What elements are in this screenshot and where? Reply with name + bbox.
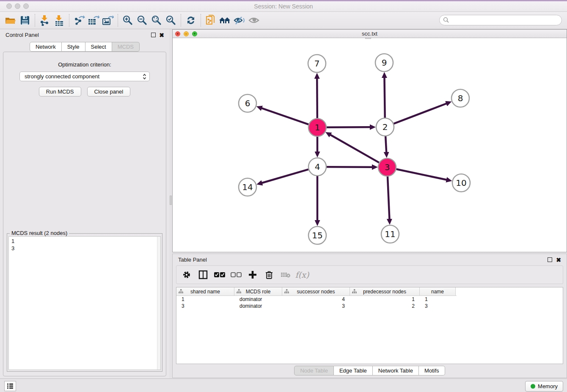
horizontal-splitter-grip[interactable] [365,37,371,39]
table-settings-button[interactable] [181,269,193,281]
table-cell[interactable]: 1 [350,296,420,303]
tab-network-table[interactable]: Network Table [373,366,419,375]
network-canvas[interactable]: 7968124314101511 [173,38,567,252]
deselect-all-checkboxes-button[interactable] [230,269,242,281]
column-header-name[interactable]: name [420,287,456,295]
clone-network-button[interactable] [204,14,218,27]
column-header-MCDS-role[interactable]: MCDS role [234,287,282,295]
add-column-button[interactable] [247,269,259,281]
open-file-button[interactable] [3,14,18,27]
zoom-in-button[interactable] [121,14,135,27]
splitter-grip[interactable] [170,196,172,205]
control-panel-tabs: NetworkStyleSelectMCDS [0,42,169,52]
hide-selected-button[interactable] [232,14,247,27]
tab-network[interactable]: Network [30,42,62,52]
edge-1-2[interactable] [327,127,370,127]
tab-style[interactable]: Style [62,42,85,52]
memory-status-icon [531,384,535,389]
split-column-button[interactable] [197,269,209,281]
edge-4-3[interactable] [327,167,372,167]
export-table-button[interactable] [86,14,101,27]
edge-3-11[interactable] [388,177,389,219]
network-graph[interactable]: 7968124314101511 [173,38,567,252]
edge-4-14[interactable] [262,169,308,183]
close-panel-icon[interactable]: ✖ [159,32,164,39]
vertical-splitter[interactable] [169,29,172,378]
table-cell[interactable]: 1 [420,296,456,303]
gear-icon [182,270,191,279]
refresh-button[interactable] [184,14,198,27]
edge-1-6[interactable] [261,108,308,124]
table-panel: Table Panel ✖ [172,254,567,378]
table-row[interactable]: 3dominator323 [176,303,563,309]
mcds-tab-content: Optimization criterion: strongly connect… [3,52,166,376]
zoom-selected-button[interactable] [164,14,178,27]
edge-2-8[interactable] [394,103,447,124]
table-cell[interactable]: dominator [234,296,282,303]
tab-motifs[interactable]: Motifs [419,366,445,375]
table-toolbar: f(x) [176,265,563,284]
mcds-result-text[interactable]: 1 3 [8,236,161,370]
toolbar-separator [118,14,118,27]
table-tabs: Node TableEdge TableNetwork TableMotifs [173,366,567,375]
table-cell[interactable]: dominator [234,303,282,309]
column-header-predecessor-nodes[interactable]: predecessor nodes [350,287,420,295]
column-header-shared-name[interactable]: shared name [176,287,234,295]
toolbar-separator [35,14,35,27]
node-label-3: 3 [385,162,390,172]
export-image-button[interactable] [101,14,115,27]
table-row[interactable]: 1dominator411 [176,296,563,303]
zoom-out-button[interactable] [135,14,149,27]
criterion-select[interactable]: strongly connected component [19,72,150,81]
list-icon [7,383,14,389]
column-header-successor-nodes[interactable]: successor nodes [282,287,350,295]
task-history-button[interactable] [4,381,16,391]
first-neighbors-button[interactable] [218,14,232,27]
edge-1-7[interactable] [317,78,317,118]
table-cell[interactable]: 4 [282,296,350,303]
function-builder-button[interactable]: f(x) [296,269,308,281]
tab-edge-table[interactable]: Edge Table [334,366,373,375]
zoom-fit-button[interactable] [149,14,164,27]
node-label-7: 7 [314,58,320,69]
edge-2-9[interactable] [384,77,385,118]
zoom-out-icon [137,15,148,26]
export-table-icon [88,15,99,26]
status-bar: Memory [0,378,567,392]
mcds-result-group: MCDS result (2 nodes) 1 3 [7,233,162,372]
import-network-button[interactable] [38,14,52,27]
memory-button[interactable]: Memory [525,381,563,392]
result-scrollbar[interactable] [157,237,160,370]
edge-2-3[interactable] [385,136,386,152]
import-table-button[interactable] [52,14,66,27]
search-input[interactable] [439,15,562,25]
table-cell[interactable]: 3 [282,303,350,309]
edge-3-1[interactable] [330,135,379,163]
table-cell[interactable]: 3 [420,303,456,309]
tab-node-table[interactable]: Node Table [294,366,334,375]
select-all-checkboxes-button[interactable] [214,269,226,281]
close-panel-button[interactable]: Close panel [87,87,131,97]
node-label-2: 2 [383,122,388,132]
edge-3-10[interactable] [396,169,447,180]
delete-table-button[interactable] [280,269,292,281]
run-mcds-button[interactable]: Run MCDS [39,87,81,97]
plus-icon [248,271,257,279]
float-table-panel-icon[interactable] [548,257,552,262]
toolbar-separator [69,14,69,27]
float-panel-icon[interactable] [151,33,156,37]
export-network-button[interactable] [72,14,86,27]
toolbar-separator [181,14,181,27]
network-window-titlebar: × − + scc.txt [173,30,567,38]
close-table-panel-icon[interactable]: ✖ [556,257,561,263]
show-hidden-button[interactable] [247,14,261,27]
save-session-button[interactable] [18,14,32,27]
tab-mcds[interactable]: MCDS [112,42,140,52]
table-cell[interactable]: 1 [176,296,234,303]
checked-boxes-icon [214,272,225,278]
table-cell[interactable]: 2 [350,303,420,309]
node-table[interactable]: shared nameMCDS rolesuccessor nodesprede… [176,287,563,364]
tab-select[interactable]: Select [85,42,112,52]
table-cell[interactable]: 3 [176,303,234,309]
delete-column-button[interactable] [263,269,275,281]
